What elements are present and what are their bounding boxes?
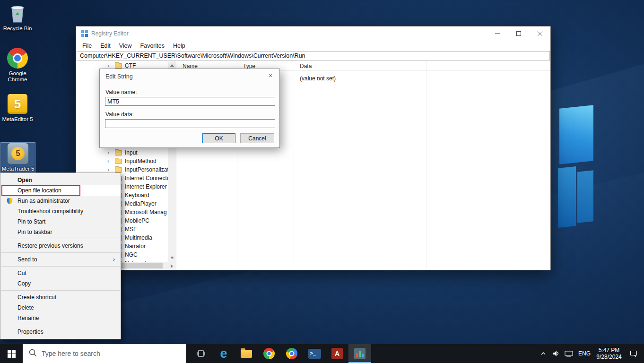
context-item-label: Send to bbox=[17, 256, 37, 263]
desktop-icon-google-chrome[interactable]: Google Chrome bbox=[0, 47, 35, 83]
menu-help[interactable]: Help bbox=[169, 41, 190, 51]
title-bar[interactable]: Registry Editor bbox=[76, 26, 550, 41]
tray-volume[interactable] bbox=[549, 344, 562, 363]
tray-clock[interactable]: 5:47 PM 9/28/2024 bbox=[593, 344, 625, 363]
folder-icon bbox=[115, 63, 122, 69]
context-item-cut[interactable]: Cut bbox=[0, 268, 121, 278]
value-name-input[interactable] bbox=[105, 97, 275, 106]
metatrader-icon bbox=[354, 348, 366, 359]
taskbar-app-chrome[interactable] bbox=[258, 344, 280, 363]
context-item-pin-to-taskbar[interactable]: Pin to taskbar bbox=[0, 227, 121, 237]
submenu-arrow-icon bbox=[113, 254, 115, 265]
scroll-down-icon[interactable] bbox=[170, 257, 174, 259]
tray-action-center[interactable] bbox=[625, 344, 642, 363]
chrome-icon bbox=[263, 348, 275, 359]
start-button[interactable] bbox=[0, 344, 23, 363]
edit-string-dialog: Edit String Value name: Value data: OK C… bbox=[99, 69, 280, 148]
context-item-restore-previous-versions[interactable]: Restore previous versions bbox=[0, 241, 121, 251]
context-item-send-to[interactable]: Send to bbox=[0, 254, 121, 265]
metaeditor-icon bbox=[0, 93, 35, 115]
tray-show-hidden-icons[interactable] bbox=[537, 344, 549, 363]
chevron-right-icon[interactable] bbox=[107, 148, 109, 156]
window-title: Registry Editor bbox=[91, 30, 129, 37]
tree-item[interactable]: Input bbox=[76, 148, 176, 157]
context-item-open[interactable]: Open bbox=[0, 175, 121, 185]
maximize-button[interactable] bbox=[508, 26, 529, 41]
desktop-icon-label: Google Chrome bbox=[0, 70, 35, 83]
tree-item-label: InputPersonalizat bbox=[125, 166, 169, 173]
minimize-button[interactable] bbox=[487, 26, 508, 41]
wallpaper-light-block bbox=[558, 166, 576, 228]
desktop-icon-recycle-bin[interactable]: Recycle Bin bbox=[0, 2, 35, 32]
menu-edit[interactable]: Edit bbox=[96, 41, 115, 51]
context-item-label: Pin to Start bbox=[17, 218, 45, 225]
tree-item-label: Internet Connecti bbox=[125, 175, 168, 182]
close-button[interactable] bbox=[529, 26, 550, 41]
address-bar[interactable]: Computer\HKEY_CURRENT_USER\Software\Micr… bbox=[77, 51, 550, 60]
value-data-input[interactable] bbox=[105, 119, 275, 128]
context-item-label: Troubleshoot compatibility bbox=[17, 208, 83, 215]
context-item-label: Properties bbox=[17, 328, 44, 335]
context-item-rename[interactable]: Rename bbox=[0, 313, 121, 323]
tree-item-label: MobilePC bbox=[125, 217, 149, 224]
context-item-label: Pin to taskbar bbox=[17, 229, 52, 235]
taskbar-app-access[interactable] bbox=[326, 344, 348, 363]
tray-language[interactable]: ENG bbox=[576, 344, 593, 363]
context-item-copy[interactable]: Copy bbox=[0, 278, 121, 289]
speaker-icon bbox=[552, 350, 559, 357]
context-menu: Open Open file location Run as administr… bbox=[0, 173, 121, 339]
tree-item-label: MediaPlayer bbox=[125, 200, 157, 207]
desktop-icon-label: MetaEditor 5 bbox=[0, 116, 35, 122]
taskbar-app-edge[interactable] bbox=[212, 344, 235, 363]
column-divider[interactable] bbox=[426, 61, 426, 270]
menu-separator bbox=[1, 290, 120, 291]
task-view-icon bbox=[196, 350, 206, 357]
scroll-up-icon[interactable] bbox=[170, 64, 174, 67]
scrollbar-thumb[interactable] bbox=[121, 263, 163, 268]
menu-separator bbox=[1, 266, 120, 267]
taskbar-app-metatrader[interactable] bbox=[348, 344, 371, 363]
tray-date: 9/28/2024 bbox=[596, 354, 621, 360]
value-name-label: Value name: bbox=[105, 89, 137, 95]
context-item-open-file-location[interactable]: Open file location bbox=[0, 185, 121, 196]
context-item-delete[interactable]: Delete bbox=[0, 302, 121, 313]
chrome-icon bbox=[0, 47, 35, 69]
ok-button[interactable]: OK bbox=[202, 133, 235, 143]
column-divider[interactable] bbox=[294, 61, 294, 270]
context-item-troubleshoot[interactable]: Troubleshoot compatibility bbox=[0, 206, 121, 216]
tree-item-label: NGC bbox=[125, 251, 138, 258]
tray-touch-keyboard[interactable] bbox=[562, 344, 576, 363]
cancel-button[interactable]: Cancel bbox=[240, 133, 274, 143]
context-item-run-as-administrator[interactable]: Run as administrator bbox=[0, 196, 121, 206]
context-item-create-shortcut[interactable]: Create shortcut bbox=[0, 292, 121, 302]
tree-item-label: Input bbox=[125, 149, 138, 156]
desktop-icon-metatrader[interactable]: MetaTrader 5 bbox=[1, 143, 35, 173]
taskbar-search[interactable] bbox=[23, 344, 186, 363]
regedit-app-icon bbox=[81, 30, 88, 39]
dialog-close-icon[interactable] bbox=[261, 69, 279, 82]
column-header-data[interactable]: Data bbox=[294, 61, 426, 71]
wallpaper-light-block bbox=[559, 105, 593, 164]
menu-separator bbox=[1, 252, 120, 253]
desktop: Recycle Bin Google Chrome MetaEditor 5 M… bbox=[0, 0, 644, 363]
context-item-label: Rename bbox=[17, 315, 39, 321]
taskbar-app-google[interactable] bbox=[280, 344, 303, 363]
search-input[interactable] bbox=[42, 350, 165, 357]
task-view-button[interactable] bbox=[190, 344, 212, 363]
tree-item-label: Multimedia bbox=[125, 234, 152, 241]
tree-item[interactable]: InputMethod bbox=[76, 157, 176, 165]
taskbar-app-powershell[interactable] bbox=[303, 344, 326, 363]
menu-view[interactable]: View bbox=[115, 41, 136, 51]
taskbar-app-file-explorer[interactable] bbox=[235, 344, 258, 363]
red-a-app-icon bbox=[331, 348, 343, 359]
context-item-pin-to-start[interactable]: Pin to Start bbox=[0, 216, 121, 227]
edge-icon bbox=[220, 347, 227, 360]
context-item-properties[interactable]: Properties bbox=[0, 327, 121, 337]
menu-favorites[interactable]: Favorites bbox=[136, 41, 169, 51]
scroll-right-icon[interactable] bbox=[171, 264, 173, 268]
chevron-right-icon[interactable] bbox=[107, 157, 109, 165]
menu-file[interactable]: File bbox=[78, 41, 96, 51]
folder-icon bbox=[115, 167, 122, 173]
desktop-icon-metaeditor[interactable]: MetaEditor 5 bbox=[0, 93, 35, 122]
tree-item-label: Internet Explorer bbox=[125, 183, 167, 190]
